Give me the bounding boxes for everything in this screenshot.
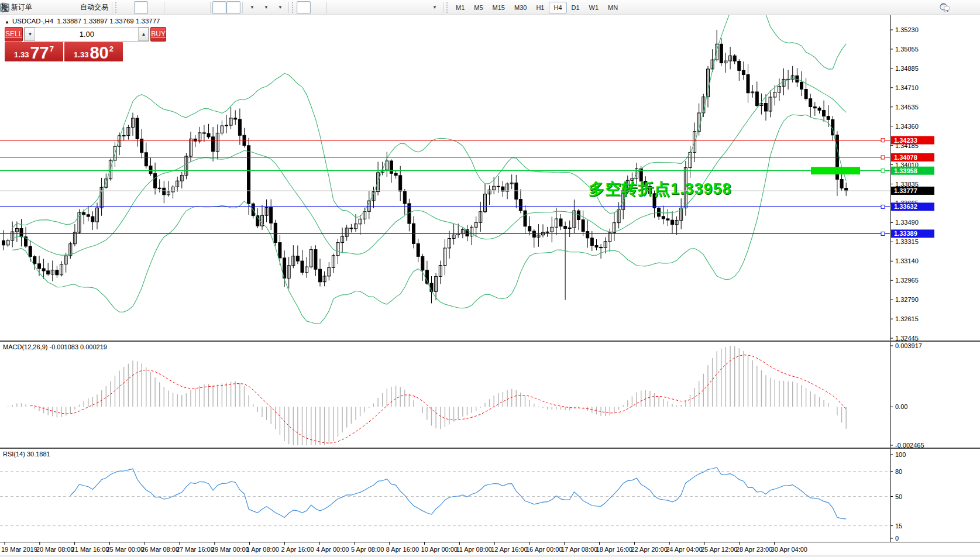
candlestick-button[interactable] xyxy=(134,1,148,14)
shapes-dropdown-button[interactable]: ▼ xyxy=(427,1,441,14)
price-axis-label: 1.35055 xyxy=(895,46,919,53)
bottom-strip xyxy=(0,555,980,557)
volume-stepper: ▼ ▲ xyxy=(24,27,149,42)
text-label-tool-button[interactable]: T xyxy=(413,1,427,14)
metaeditor-button[interactable] xyxy=(34,1,48,14)
chat-icon xyxy=(939,2,951,13)
buy-price-display[interactable]: 1.33 80 2 xyxy=(64,42,123,61)
price-axis-label: 1.32790 xyxy=(895,296,919,303)
volume-increase-button[interactable]: ▲ xyxy=(138,27,149,41)
channel-tool-button[interactable]: E xyxy=(371,1,385,14)
terminal-button[interactable] xyxy=(48,1,62,14)
level-line-anchor[interactable] xyxy=(881,169,885,173)
time-axis-label: 10 Apr 00:00 xyxy=(421,546,458,553)
price-axis-label: 1.32615 xyxy=(895,315,919,322)
price-badge-label: 1.33632 xyxy=(894,203,917,210)
macd-signal-line xyxy=(30,355,847,443)
level-line-anchor[interactable] xyxy=(881,232,885,235)
one-click-trading-panel: SELL ▼ ▲ BUY 1.33 77 7 1.33 80 2 xyxy=(5,27,123,61)
time-axis-label: 25 Mar 00:00 xyxy=(106,546,144,553)
time-axis-label: 27 Mar 16:00 xyxy=(176,546,214,553)
timeframe-M30[interactable]: M30 xyxy=(510,2,531,13)
volume-decrease-button[interactable]: ▼ xyxy=(25,27,35,41)
timeframe-H4[interactable]: H4 xyxy=(549,2,566,13)
timeframe-W1[interactable]: W1 xyxy=(584,2,604,13)
chart-shift-button[interactable] xyxy=(226,1,240,14)
time-axis-label: 11 Apr 08:00 xyxy=(456,546,492,553)
candle-wicks xyxy=(4,30,846,303)
line-chart-button[interactable] xyxy=(148,1,162,14)
timeframe-MN[interactable]: MN xyxy=(603,2,623,13)
cursor-tool-button[interactable] xyxy=(297,1,311,14)
indicators-dropdown-button[interactable]: ▼ xyxy=(273,1,287,14)
signals-button[interactable] xyxy=(62,1,76,14)
price-axis-label: 1.33140 xyxy=(895,257,919,264)
sell-button[interactable]: SELL xyxy=(5,27,23,42)
timeframe-M15[interactable]: M15 xyxy=(488,2,510,13)
time-axis-label: 24 Apr 04:00 xyxy=(666,546,702,553)
chart-annotation-text: 多空转折点1.33958 xyxy=(589,178,732,200)
new-chart-button[interactable]: ▼ xyxy=(245,1,259,14)
time-axis-label: 26 Mar 08:00 xyxy=(141,546,179,553)
toolbar: 新订单 自动交易 xyxy=(0,0,980,15)
chart-ohlc-values: 1.33887 1.33897 1.33769 1.33777 xyxy=(57,18,160,25)
chat-button[interactable] xyxy=(961,1,975,14)
rsi-axis-label: 100 xyxy=(895,451,906,458)
buy-button[interactable]: BUY xyxy=(150,27,166,42)
time-axis[interactable]: 19 Mar 201920 Mar 08:0021 Mar 16:0025 Ma… xyxy=(0,542,980,555)
timeframe-group: M1M5M15M30H1H4D1W1MN xyxy=(451,2,623,13)
level-line-anchor[interactable] xyxy=(881,205,885,208)
timeframe-M1[interactable]: M1 xyxy=(451,2,469,13)
macd-panel-canvas[interactable]: 0.0039170.00-0.002465 xyxy=(0,342,980,448)
volume-input[interactable] xyxy=(35,27,138,41)
chart-symbol-period: USDCAD-,H4 xyxy=(12,18,53,25)
time-axis-label: 30 Apr 04:00 xyxy=(771,546,807,553)
periods-dropdown-button[interactable]: ▼ xyxy=(259,1,273,14)
candles-bearish xyxy=(2,44,848,291)
zoom-out-button[interactable] xyxy=(180,1,194,14)
sell-price-display[interactable]: 1.33 77 7 xyxy=(5,42,63,61)
timeframe-M5[interactable]: M5 xyxy=(469,2,487,13)
horizontal-line-tool-button[interactable] xyxy=(343,1,357,14)
price-axis-label: 1.32445 xyxy=(895,335,919,341)
timeframe-H1[interactable]: H1 xyxy=(531,2,549,13)
time-axis-label: 20 Mar 08:00 xyxy=(36,546,74,553)
tile-windows-button[interactable] xyxy=(194,1,208,14)
rsi-line xyxy=(70,467,846,519)
level-line-anchor[interactable] xyxy=(881,139,885,142)
time-axis-label: 18 Apr 16:00 xyxy=(596,546,632,553)
rsi-panel-canvas[interactable]: 1008050150 xyxy=(0,449,980,542)
chevron-down-icon: ▼ xyxy=(250,5,255,10)
time-axis-label: 17 Apr 08:00 xyxy=(561,546,597,553)
trendline-tool-button[interactable] xyxy=(357,1,371,14)
auto-scroll-button[interactable] xyxy=(212,1,226,14)
new-order-button[interactable]: 新订单 xyxy=(7,1,34,14)
bar-chart-button[interactable] xyxy=(120,1,134,14)
price-axis[interactable]: 1.352301.350551.348851.347101.345351.343… xyxy=(890,15,934,341)
new-order-label: 新订单 xyxy=(11,2,32,12)
price-badge-label: 1.33958 xyxy=(894,167,917,174)
price-axis-label: 1.34535 xyxy=(895,104,919,111)
timeframe-D1[interactable]: D1 xyxy=(567,2,584,13)
zoom-in-button[interactable] xyxy=(166,1,180,14)
vertical-line-tool-button[interactable] xyxy=(329,1,343,14)
chevron-down-icon: ▼ xyxy=(264,5,269,10)
crosshair-tool-button[interactable] xyxy=(311,1,325,14)
fibonacci-tool-button[interactable]: F xyxy=(385,1,399,14)
price-plot[interactable] xyxy=(2,15,848,324)
chart-title: ▲USDCAD-,H4 1.33887 1.33897 1.33769 1.33… xyxy=(5,18,160,25)
rsi-indicator-label: RSI(14) 30.1881 xyxy=(3,451,50,458)
highlight-rectangle[interactable] xyxy=(811,167,860,174)
text-tool-button[interactable]: A xyxy=(399,1,413,14)
auto-trading-button[interactable]: 自动交易 xyxy=(76,1,110,14)
time-axis-label: 12 Apr 16:00 xyxy=(491,546,527,553)
chart-window: ▲USDCAD-,H4 1.33887 1.33897 1.33769 1.33… xyxy=(0,15,980,557)
level-line-anchor[interactable] xyxy=(881,156,885,159)
time-axis-label: 25 Apr 12:00 xyxy=(701,546,737,553)
rsi-axis-label: 0 xyxy=(895,535,899,542)
main-chart-canvas[interactable]: 1.352301.350551.348851.347101.345351.343… xyxy=(0,15,980,341)
price-badge-label: 1.33777 xyxy=(894,187,917,194)
time-axis-label: 4 Apr 00:00 xyxy=(316,546,349,553)
macd-axis-label: 0.00 xyxy=(895,403,907,410)
collapse-arrow-icon[interactable]: ▲ xyxy=(5,19,9,25)
